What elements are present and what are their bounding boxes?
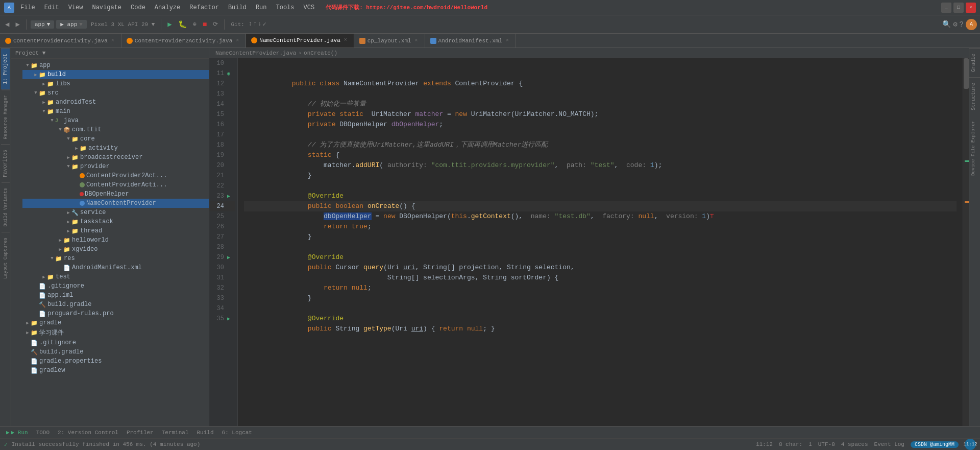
device-dropdown[interactable]: ▶ app ▼ bbox=[56, 20, 87, 29]
tab-close-2[interactable]: × bbox=[234, 37, 240, 44]
line-25: 25 bbox=[209, 211, 235, 222]
menu-analyze[interactable]: Analyze bbox=[152, 3, 183, 12]
run-toolbar-btn[interactable]: ▶ bbox=[165, 19, 174, 30]
menu-navigate[interactable]: Navigate bbox=[89, 3, 125, 12]
tab-content-provider2-activity[interactable]: ContentProvider2Activity.java × bbox=[121, 34, 246, 48]
avatar[interactable]: A bbox=[966, 19, 977, 30]
menu-build[interactable]: Build bbox=[225, 3, 250, 12]
forward-btn[interactable]: ▶ bbox=[13, 19, 21, 30]
tree-item-dbopenhelper[interactable]: DBOpenHelper bbox=[22, 190, 209, 199]
tree-item-contentprovideracti[interactable]: ContentProviderActi... bbox=[22, 180, 209, 190]
menu-refactor[interactable]: Refactor bbox=[186, 3, 222, 12]
tree-item-thread[interactable]: ▶ 📁 thread bbox=[22, 226, 209, 235]
tab-close-4[interactable]: × bbox=[413, 37, 420, 44]
tree-item-proguard[interactable]: 📄 proguard-rules.pro bbox=[22, 309, 209, 318]
tab-close-1[interactable]: × bbox=[110, 37, 116, 44]
tree-item-java[interactable]: ▼ J java bbox=[22, 116, 209, 125]
tree-item-res[interactable]: ▼ 📁 res bbox=[22, 254, 209, 263]
tab-close-3[interactable]: × bbox=[342, 37, 349, 43]
tree-item-comttit[interactable]: ▼ 📦 com.ttit bbox=[22, 125, 209, 134]
project-dropdown[interactable]: app ▼ bbox=[31, 20, 54, 29]
editor-scrollbar[interactable] bbox=[963, 58, 969, 426]
tree-item-appiml[interactable]: 📄 app.iml bbox=[22, 291, 209, 300]
close-btn[interactable]: × bbox=[966, 3, 976, 13]
tree-item-core[interactable]: ▼ 📁 core bbox=[22, 134, 209, 144]
tree-item-study[interactable]: ▶ 📁 学习课件 bbox=[22, 327, 209, 338]
menu-edit[interactable]: Edit bbox=[41, 3, 62, 12]
help-btn[interactable]: ? bbox=[960, 20, 964, 29]
favorites-tab[interactable]: Favorites bbox=[1, 144, 10, 182]
attach-btn[interactable]: ⊕ bbox=[191, 19, 199, 29]
tree-item-androidtest[interactable]: ▶ 📁 androidTest bbox=[22, 98, 209, 107]
structure-tab[interactable]: Structure bbox=[969, 77, 980, 115]
tree-item-androidmanifest[interactable]: 📄 AndroidManifest.xml bbox=[22, 263, 209, 272]
tree-item-gitignore-app[interactable]: 📄 .gitignore bbox=[22, 281, 209, 291]
menu-file[interactable]: File bbox=[17, 3, 38, 12]
sync-btn[interactable]: ⟳ bbox=[211, 19, 220, 29]
terminal-btn[interactable]: Terminal bbox=[160, 429, 191, 437]
code-line-22: @Override bbox=[244, 181, 957, 191]
build-btn[interactable]: Build bbox=[195, 429, 216, 437]
tree-item-contentprovider2act[interactable]: ContentProvider2Act... bbox=[22, 171, 209, 180]
tree-item-build[interactable]: ▶ 📁 build bbox=[22, 70, 209, 79]
logcat-btn[interactable]: 6: Logcat bbox=[220, 429, 254, 437]
tab-content-provider-activity[interactable]: ContentProviderActivity.java × bbox=[0, 34, 121, 48]
build-variants-tab[interactable]: Build Variants bbox=[2, 182, 10, 232]
settings-btn[interactable]: ⚙ bbox=[953, 20, 957, 29]
profiler-btn[interactable]: Profiler bbox=[125, 429, 156, 437]
menu-run[interactable]: Run bbox=[253, 3, 270, 12]
tab-close-5[interactable]: × bbox=[504, 37, 510, 44]
version-control-btn[interactable]: 2: Version Control bbox=[56, 429, 120, 437]
code-editor[interactable]: NameContentProvider.java › onCreate() 10 bbox=[209, 48, 969, 426]
gradle-tab[interactable]: Gradle bbox=[969, 48, 980, 77]
tab-name-content-provider[interactable]: NameContentProvider.java × bbox=[246, 34, 354, 48]
line-34: 34 bbox=[209, 303, 235, 314]
tree-item-buildgradle-app[interactable]: 🔨 build.gradle bbox=[22, 300, 209, 309]
resource-manager-tab[interactable]: Resource Manager bbox=[2, 89, 10, 144]
menu-tools[interactable]: Tools bbox=[273, 3, 298, 12]
code-content[interactable]: 10 11 ◉ 12 13 bbox=[209, 58, 969, 426]
run-btn[interactable]: ▶ ▶ Run bbox=[4, 428, 30, 437]
scroll-thumb[interactable] bbox=[964, 58, 969, 89]
tree-item-gradlew[interactable]: 📄 gradlew bbox=[22, 366, 209, 375]
tree-item-app[interactable]: ▼ 📁 app bbox=[22, 61, 209, 70]
menu-view[interactable]: View bbox=[65, 3, 86, 12]
maximize-btn[interactable]: □ bbox=[953, 3, 964, 13]
tab-android-manifest[interactable]: AndroidManifest.xml × bbox=[425, 34, 516, 48]
minimize-btn[interactable]: _ bbox=[941, 3, 951, 13]
menu-code[interactable]: Code bbox=[128, 3, 149, 12]
debug-btn[interactable]: 🐛 bbox=[176, 19, 189, 30]
tree-item-xgvideo[interactable]: ▶ 📁 xgvideo bbox=[22, 245, 209, 254]
tree-item-gitignore-root[interactable]: 📄 .gitignore bbox=[22, 338, 209, 347]
tree-item-namecontentprovider[interactable]: NameContentProvider bbox=[22, 199, 209, 208]
tree-item-buildgradle-root[interactable]: 🔨 build.gradle bbox=[22, 347, 209, 357]
project-tab[interactable]: 1: Project bbox=[1, 48, 10, 89]
search-everywhere[interactable]: 🔍 bbox=[942, 20, 951, 29]
stop-btn[interactable]: ■ bbox=[201, 19, 209, 30]
layout-captures-tab[interactable]: Layout Captures bbox=[2, 232, 10, 284]
tree-item-libs[interactable]: ▶ 📁 libs bbox=[22, 79, 209, 88]
tree-item-test[interactable]: ▶ 📁 test bbox=[22, 272, 209, 281]
tree-item-gradle-root[interactable]: ▶ 📁 gradle bbox=[22, 318, 209, 327]
tree-item-broadcastreceiver[interactable]: ▶ 📁 broadcastreceiver bbox=[22, 153, 209, 162]
line-col-indicator: 11:12 bbox=[756, 441, 773, 447]
tree-item-helloworld[interactable]: ▶ 📁 helloworld bbox=[22, 235, 209, 245]
todo-btn[interactable]: TODO bbox=[34, 429, 52, 437]
event-log-btn[interactable]: Event Log bbox=[874, 441, 904, 447]
git-icon[interactable]: Git: bbox=[229, 20, 246, 29]
code-text-area[interactable]: public class NameContentProvider extends… bbox=[238, 58, 963, 426]
tab-cp-layout[interactable]: cp_layout.xml × bbox=[354, 34, 425, 48]
tab-label-4: cp_layout.xml bbox=[368, 38, 411, 44]
tree-item-taskstack[interactable]: ▶ 📁 taskstack bbox=[22, 217, 209, 226]
tree-item-gradle-properties[interactable]: 📄 gradle.properties bbox=[22, 357, 209, 366]
tree-item-src[interactable]: ▼ 📁 src bbox=[22, 88, 209, 98]
csdn-badge[interactable]: CSDN @amingMM bbox=[911, 441, 959, 448]
back-btn[interactable]: ◀ bbox=[3, 19, 11, 30]
git-actions[interactable]: ↕↑↓✓ bbox=[249, 20, 266, 28]
tree-item-activity[interactable]: ▶ 📁 activity bbox=[22, 144, 209, 153]
device-file-explorer-tab[interactable]: Device File Explorer bbox=[969, 115, 980, 181]
tree-item-main[interactable]: ▼ 📁 main bbox=[22, 107, 209, 116]
menu-vcs[interactable]: VCS bbox=[301, 3, 318, 12]
tree-item-service[interactable]: ▶ 🔧 service bbox=[22, 208, 209, 217]
tree-item-provider[interactable]: ▼ 📁 provider bbox=[22, 162, 209, 171]
